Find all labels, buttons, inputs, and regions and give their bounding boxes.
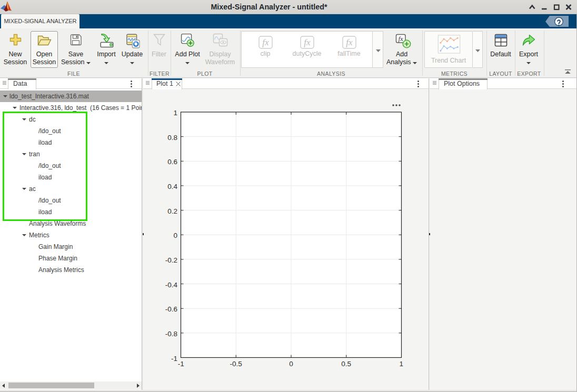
svg-text:-0.6: -0.6 xyxy=(165,305,177,313)
svg-text:0.6: 0.6 xyxy=(167,158,177,166)
svg-text:fx: fx xyxy=(399,35,404,43)
svg-text:0.5: 0.5 xyxy=(341,360,351,368)
svg-text:0.4: 0.4 xyxy=(167,183,177,190)
svg-text:0: 0 xyxy=(173,232,177,239)
svg-text:-0.2: -0.2 xyxy=(165,256,177,264)
svg-text:-0.8: -0.8 xyxy=(165,330,177,338)
svg-text:fx: fx xyxy=(304,37,311,47)
svg-text:1: 1 xyxy=(399,360,403,368)
svg-text:-0.4: -0.4 xyxy=(165,281,178,289)
svg-text:-1: -1 xyxy=(178,360,184,368)
svg-text:-1: -1 xyxy=(171,355,177,363)
svg-text:-0.5: -0.5 xyxy=(230,360,242,368)
svg-text:0: 0 xyxy=(289,360,293,368)
svg-text:0.2: 0.2 xyxy=(167,207,177,215)
svg-text:fx: fx xyxy=(262,37,269,47)
svg-text:1: 1 xyxy=(173,109,177,117)
svg-text:0.8: 0.8 xyxy=(167,134,177,142)
svg-text:fx: fx xyxy=(346,37,353,47)
